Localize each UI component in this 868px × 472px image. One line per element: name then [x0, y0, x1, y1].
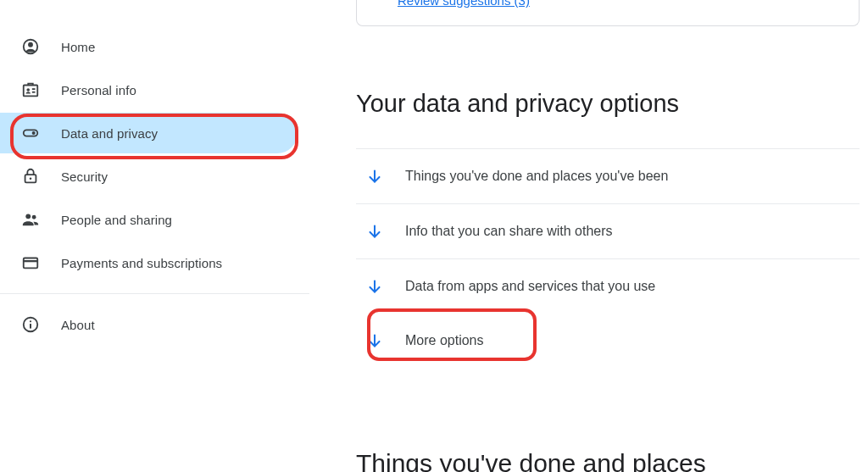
sidebar-item-about[interactable]: About — [0, 304, 298, 345]
review-suggestions-card: Review suggestions (3) — [356, 0, 860, 26]
option-label: Things you've done and places you've bee… — [405, 169, 668, 184]
option-row-data-apps[interactable]: Data from apps and services that you use — [356, 258, 860, 314]
sidebar-item-label: People and sharing — [61, 213, 172, 227]
svg-point-10 — [25, 214, 31, 219]
id-card-icon — [20, 80, 41, 100]
sidebar-item-label: Personal info — [61, 83, 136, 97]
main-content: Review suggestions (3) Your data and pri… — [309, 0, 868, 472]
svg-point-9 — [30, 177, 32, 180]
sidebar-item-people-sharing[interactable]: People and sharing — [0, 199, 298, 240]
sidebar: Home Personal info Data and privacy Secu… — [0, 0, 309, 472]
sidebar-item-label: About — [61, 318, 95, 332]
home-icon — [20, 36, 41, 57]
lock-icon — [20, 166, 41, 186]
option-label: Data from apps and services that you use — [405, 279, 655, 294]
arrow-down-icon — [364, 166, 385, 186]
svg-point-11 — [32, 215, 36, 219]
sidebar-item-data-privacy[interactable]: Data and privacy — [0, 113, 298, 153]
arrow-down-icon — [364, 221, 385, 242]
sidebar-item-label: Security — [61, 169, 108, 184]
sidebar-item-home[interactable]: Home — [0, 26, 298, 67]
review-suggestions-link[interactable]: Review suggestions (3) — [398, 0, 530, 8]
arrow-down-icon — [364, 276, 385, 297]
sidebar-item-label: Payments and subscriptions — [61, 256, 222, 270]
option-label: Info that you can share with others — [405, 224, 613, 239]
svg-point-16 — [30, 320, 31, 322]
card-icon — [20, 253, 41, 273]
arrow-down-icon — [364, 330, 385, 351]
sidebar-item-label: Data and privacy — [61, 126, 158, 141]
option-label: More options — [405, 333, 484, 348]
section-title: Your data and privacy options — [356, 90, 860, 118]
info-icon — [20, 314, 41, 335]
svg-point-3 — [26, 88, 30, 92]
sidebar-item-payments[interactable]: Payments and subscriptions — [0, 242, 298, 283]
divider — [0, 293, 309, 294]
svg-rect-2 — [24, 86, 38, 97]
next-section-heading: Things you've done and places — [356, 449, 860, 472]
option-row-things-done[interactable]: Things you've done and places you've bee… — [356, 148, 860, 203]
people-icon — [20, 209, 41, 230]
sidebar-item-personal-info[interactable]: Personal info — [0, 69, 298, 110]
option-row-info-share[interactable]: Info that you can share with others — [356, 203, 860, 258]
svg-rect-12 — [24, 258, 38, 269]
svg-point-7 — [32, 131, 36, 135]
svg-point-1 — [28, 42, 33, 47]
svg-rect-6 — [24, 130, 38, 136]
option-row-more-options[interactable]: More options — [356, 314, 860, 368]
toggle-icon — [20, 123, 41, 143]
sidebar-item-label: Home — [61, 40, 95, 54]
sidebar-item-security[interactable]: Security — [0, 156, 298, 197]
